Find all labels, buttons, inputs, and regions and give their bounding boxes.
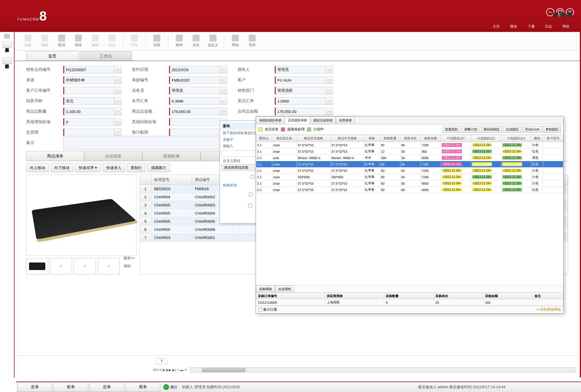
horizontal-scrollbar[interactable] [190,367,576,373]
pager-controls[interactable]: ᐊᐊ ᐊ ▶ ▶▶ ▶| + ▬ ✕ [153,368,187,372]
detail-tab-0[interactable]: 商品清单 [26,151,84,161]
thumbnail-add-3[interactable]: + [74,258,96,274]
tracking-tab-2[interactable]: 跟踪完成单据 [310,116,336,124]
field-input[interactable] [169,87,220,94]
field-lookup-button[interactable]: ⋯ [114,66,121,73]
row-btn[interactable]: 快速排序 ▾ [75,163,101,172]
toolbar-自定义[interactable]: 自定义 [205,35,221,48]
field-input[interactable] [169,129,220,136]
field-input[interactable] [275,76,326,84]
toolbar-历史[interactable]: 历史 [188,35,204,48]
field-input[interactable] [275,108,326,115]
field-input[interactable] [63,97,114,105]
top-menu-1[interactable]: 模块 [510,24,517,29]
tracking-row[interactable]: 2-1chair37.5*32*5337.5*32*53红苹果1230360<2… [256,148,563,155]
thumbnail-add-2[interactable]: + [50,258,72,274]
tracking-tab-1[interactable]: 正在跟踪单据 [285,116,310,124]
field-label: 销售合同编号 [26,67,61,72]
tracking-btn[interactable]: 复制跟踪 [543,126,561,133]
field-input[interactable] [63,118,114,126]
thumbnail-add-4[interactable]: + [98,258,120,274]
tab-home[interactable]: 首页 [26,51,78,61]
field-input[interactable] [169,97,220,105]
toolbar-关闭[interactable]: 关闭 [244,35,260,48]
detail-tab-1[interactable]: 出运信息 [84,151,142,161]
field-input[interactable] [63,76,114,84]
app-logo: FUMACRM8 [17,8,47,24]
field-lookup-button[interactable]: ⋯ [326,87,333,94]
top-menu-2[interactable]: 下属 [528,24,535,29]
field-input[interactable] [169,118,220,126]
goto-bill-link[interactable]: ↪ 转到单据界面 [536,307,561,312]
field-input[interactable] [169,108,220,115]
field-input[interactable] [63,87,114,94]
field-input[interactable] [275,66,326,73]
side-tab-menu-panel[interactable]: 菜单面板 [2,41,12,48]
field-lookup-button[interactable]: ⋯ [220,108,227,115]
row-btn[interactable]: 隐藏图片 [148,163,170,172]
top-menu-3[interactable]: 日志 [545,24,552,29]
tracking-btn[interactable]: 退回待跟踪 [481,126,502,133]
nav-尾单[interactable]: 尾单 [125,382,160,392]
toolbar-关联[interactable]: 关联 [149,35,165,48]
field-input[interactable] [275,97,326,105]
tab-workflow[interactable]: 工作流 [80,51,132,61]
tracking-row[interactable]: 2-1chair37.5*32*5337.5*32*53红苹果80907200<… [256,161,563,168]
detail-tab-2[interactable]: 其他款项 [142,151,200,161]
nav-首单[interactable]: 首单 [17,382,52,392]
gallery-link[interactable]: 图库>> [124,256,135,261]
field-lookup-button[interactable]: ⋯ [114,76,121,84]
row-btn[interactable]: 复制行 [127,163,146,172]
top-menu-0[interactable]: 主页 [493,24,500,29]
field-lookup-button[interactable]: ⋯ [114,129,121,136]
max-row-checkbox[interactable] [258,308,262,312]
field-lookup-button[interactable]: ⋯ [220,66,227,73]
nav-前单[interactable]: 前单 [53,382,88,392]
thumbnail-1[interactable] [26,258,48,274]
tracking-row[interactable]: 2-1chair200*600200*600红苹果80907200<2012-1… [256,174,563,180]
field-input[interactable] [169,66,220,73]
tracking-row[interactable]: 2-1chair37.5*32*5337.5*32*53红苹果60804800<… [256,187,563,193]
top-menu-4[interactable]: 帮助 [562,24,569,29]
field-input[interactable] [63,129,114,136]
tracking-row[interactable]: 2-1chair37.5*32*5337.5*32*53红苹果80907200<… [256,168,563,174]
side-tab-widget-panel[interactable]: 部件面板 [2,57,12,64]
field-lookup-button[interactable]: ⋯ [114,87,121,94]
field-lookup-button[interactable]: ⋯ [326,66,333,73]
field-lookup-button[interactable]: ⋯ [220,97,227,105]
tracking-tab-0[interactable]: 待跟踪跟踪单据 [256,116,285,124]
row-btn[interactable]: 向上移动 [26,163,49,172]
field-lookup-button[interactable]: ⋯ [326,108,333,115]
field-lookup-button[interactable]: ⋯ [326,76,333,84]
toolbar-取消[interactable]: 取消 [53,35,70,48]
remove-image-link[interactable]: 移除 [124,264,135,269]
detail-btab-0[interactable]: 采购明细 [256,285,275,292]
field-lookup-button[interactable]: ⋯ [220,76,227,84]
nav-后单[interactable]: 后单 [89,382,124,392]
toolbar-保存[interactable]: 保存 [70,35,87,48]
field-lookup-button[interactable]: ⋯ [326,97,333,105]
row-btn[interactable]: 向下移动 [51,163,73,172]
field-lookup-button[interactable]: ⋯ [220,87,227,94]
field-input[interactable] [275,87,326,94]
field-lookup-button[interactable]: ⋯ [114,108,121,115]
tracking-row[interactable]: 2-1chair37.5*32*5337.5*32*53红苹果80907200<… [256,142,563,148]
tracking-row[interactable]: 2-1sofaWicker: W060 dWicker: W060 d华丰300… [256,155,563,161]
detail-btab-1[interactable]: 出货明细 [275,285,294,292]
field-input[interactable] [63,66,114,73]
tracking-row[interactable]: 2-1chair37.5*32*5337.5*32*53红苹果60804800<… [256,180,563,187]
toolbar-帮助[interactable]: 帮助 [227,35,243,48]
collapse-grip[interactable] [4,34,10,38]
tracking-btn[interactable]: 完成跟踪 [503,126,521,133]
tracking-btn[interactable]: 导出Excel [522,126,542,133]
field-lookup-button[interactable]: ⋯ [114,118,121,126]
field-lookup-button[interactable]: ⋯ [114,97,121,105]
field-input[interactable] [169,76,220,84]
row-btn[interactable]: 快速录入 [103,163,125,172]
tracking-header: 商标 [364,135,380,142]
field-input[interactable] [63,108,114,115]
toolbar-附件[interactable]: 附件 [171,35,187,48]
tracking-btn[interactable]: 调整计划 [462,126,480,133]
tracking-btn[interactable]: 批量跟踪 [442,126,460,133]
tracking-tab-3[interactable]: 全部单据 [336,116,355,124]
